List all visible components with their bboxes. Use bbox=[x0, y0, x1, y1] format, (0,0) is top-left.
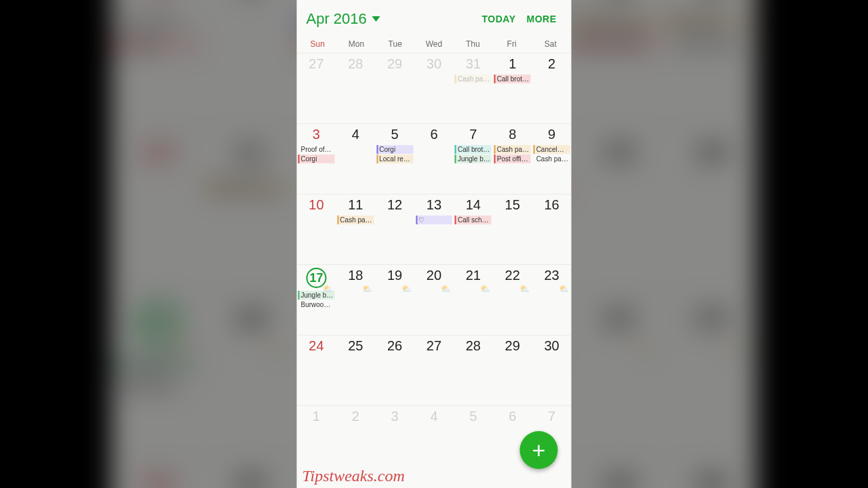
event-pill[interactable]: Cash pa… bbox=[207, 177, 293, 198]
day-cell[interactable]: 3 bbox=[375, 406, 414, 476]
event-pill[interactable]: Cash pa… bbox=[494, 145, 531, 154]
day-number: 18 bbox=[337, 268, 374, 283]
add-event-fab[interactable]: + bbox=[520, 431, 558, 469]
day-cell[interactable]: 8Cash pa…Post offi… bbox=[493, 124, 532, 194]
event-pill[interactable]: Proof of… bbox=[298, 145, 335, 154]
day-number: 13 bbox=[416, 197, 452, 213]
day-cell[interactable]: 25 bbox=[336, 336, 375, 405]
day-cell[interactable]: 27 bbox=[297, 54, 336, 123]
day-cell[interactable]: 5 bbox=[454, 406, 493, 476]
day-cell[interactable]: 14Call sch… bbox=[454, 195, 493, 264]
weekday-label: Sun bbox=[298, 39, 337, 49]
event-pill[interactable]: Burwoo… bbox=[298, 300, 335, 309]
event-pill[interactable]: Post offi… bbox=[494, 155, 531, 163]
day-cell[interactable]: 4 bbox=[203, 0, 296, 126]
today-button[interactable]: TODAY bbox=[477, 9, 521, 28]
day-cell[interactable]: 9Cancel…Cash pa… bbox=[532, 124, 572, 194]
day-cell[interactable]: 29 bbox=[493, 336, 532, 405]
day-cell[interactable]: 10 bbox=[111, 127, 203, 291]
day-cell[interactable]: 16 bbox=[665, 127, 757, 291]
day-cell[interactable]: 3Proof of…Corgi bbox=[297, 124, 336, 194]
day-number: 23 bbox=[668, 300, 754, 336]
day-cell[interactable]: 23⛅ bbox=[665, 293, 757, 458]
event-pill[interactable]: Jungle b… bbox=[455, 155, 492, 163]
day-cell[interactable]: 1Call brot… bbox=[493, 54, 532, 123]
event-list: Cash pa… bbox=[337, 216, 374, 224]
event-pill[interactable]: Corgi bbox=[115, 34, 201, 55]
day-cell[interactable]: 30 bbox=[532, 336, 572, 405]
event-pill[interactable]: Call brot… bbox=[494, 75, 531, 83]
event-list: CorgiLocal re… bbox=[376, 145, 413, 163]
day-cell[interactable]: 27 bbox=[414, 336, 454, 405]
day-cell[interactable]: 13♡ bbox=[414, 195, 454, 264]
day-cell[interactable]: 18⛅ bbox=[336, 265, 375, 335]
day-number: 4 bbox=[416, 409, 452, 424]
event-pill[interactable]: ♡ bbox=[416, 216, 452, 224]
day-cell[interactable]: 21⛅ bbox=[454, 265, 493, 335]
day-cell[interactable]: 26 bbox=[375, 336, 414, 405]
day-cell[interactable]: 30 bbox=[414, 54, 454, 123]
day-cell[interactable]: 4 bbox=[414, 406, 454, 476]
day-cell[interactable]: 11Cash pa… bbox=[336, 195, 375, 264]
day-cell[interactable]: 6 bbox=[414, 124, 454, 194]
event-pill[interactable]: Cash pa… bbox=[576, 12, 662, 33]
day-number: 4 bbox=[337, 127, 374, 142]
event-pill[interactable]: Cash pa… bbox=[534, 155, 570, 163]
day-cell[interactable]: 24 bbox=[297, 336, 336, 405]
day-cell[interactable]: 3Proof of…Corgi bbox=[111, 0, 203, 126]
day-cell[interactable]: 30 bbox=[665, 459, 757, 488]
day-cell[interactable]: 10 bbox=[297, 195, 336, 264]
event-pill[interactable]: Local re… bbox=[376, 155, 413, 163]
day-cell[interactable]: 12 bbox=[375, 195, 414, 264]
day-cell[interactable]: 20⛅ bbox=[414, 265, 454, 335]
event-pill[interactable]: Burwoo… bbox=[115, 376, 201, 397]
day-cell[interactable]: 8Cash pa…Post offi… bbox=[572, 0, 665, 126]
event-pill[interactable]: Cash pa… bbox=[455, 75, 492, 83]
day-cell[interactable]: 4 bbox=[336, 124, 375, 194]
black-bar-right bbox=[792, 0, 868, 488]
day-cell[interactable]: 15 bbox=[572, 127, 665, 291]
day-cell[interactable]: 25 bbox=[203, 459, 296, 488]
day-cell[interactable]: 17⛅Jungle b…Burwoo… bbox=[297, 265, 336, 335]
event-pill[interactable]: Cancel… bbox=[668, 12, 754, 33]
more-button[interactable]: MORE bbox=[521, 9, 562, 28]
day-cell[interactable]: 28 bbox=[336, 54, 375, 123]
weekday-row: SunMonTueWedThuFriSat bbox=[297, 38, 572, 53]
day-cell[interactable]: 18⛅ bbox=[203, 293, 296, 458]
event-pill[interactable]: Corgi bbox=[376, 145, 413, 154]
day-cell[interactable]: 19⛅ bbox=[375, 265, 414, 335]
day-cell[interactable]: 31Cash pa… bbox=[454, 54, 493, 123]
event-pill[interactable]: Cash pa… bbox=[668, 34, 754, 55]
event-pill[interactable]: Cash pa… bbox=[337, 216, 374, 224]
day-cell[interactable]: 2 bbox=[532, 54, 572, 123]
day-cell[interactable]: 1 bbox=[297, 406, 336, 476]
day-cell[interactable]: 5CorgiLocal re… bbox=[375, 124, 414, 194]
main-layer: Apr 2016 TODAY MORE SunMonTueWedThuFriSa… bbox=[297, 0, 572, 488]
event-pill[interactable]: Call brot… bbox=[455, 145, 492, 154]
day-cell[interactable]: 22⛅ bbox=[493, 265, 532, 335]
day-cell[interactable]: 29 bbox=[375, 54, 414, 123]
day-cell[interactable]: 29 bbox=[572, 459, 665, 488]
day-cell[interactable]: 24 bbox=[111, 459, 203, 488]
day-cell[interactable]: 28 bbox=[454, 336, 493, 405]
month-picker[interactable]: Apr 2016 bbox=[307, 10, 380, 28]
day-number: 6 bbox=[494, 409, 531, 424]
day-cell[interactable]: 22⛅ bbox=[572, 293, 665, 458]
event-pill[interactable]: Corgi bbox=[298, 155, 335, 163]
day-cell[interactable]: 9Cancel…Cash pa… bbox=[665, 0, 757, 126]
day-number: 19 bbox=[376, 268, 413, 283]
event-pill[interactable]: Proof of… bbox=[115, 12, 201, 33]
day-cell[interactable]: 23⛅ bbox=[532, 265, 572, 335]
event-list: Jungle b…Burwoo… bbox=[115, 354, 201, 396]
day-number: 29 bbox=[576, 466, 662, 488]
day-cell[interactable]: 15 bbox=[493, 195, 532, 264]
event-pill[interactable]: Call sch… bbox=[455, 216, 492, 224]
day-cell[interactable]: 17⛅Jungle b…Burwoo… bbox=[111, 293, 203, 458]
day-cell[interactable]: 16 bbox=[532, 195, 572, 264]
event-list: ♡ bbox=[416, 216, 452, 224]
day-cell[interactable]: 2 bbox=[336, 406, 375, 476]
event-pill[interactable]: Post offi… bbox=[576, 34, 662, 55]
day-cell[interactable]: 11Cash pa… bbox=[203, 127, 296, 291]
day-cell[interactable]: 7Call brot…Jungle b… bbox=[454, 124, 493, 194]
event-pill[interactable]: Cancel… bbox=[534, 145, 570, 154]
